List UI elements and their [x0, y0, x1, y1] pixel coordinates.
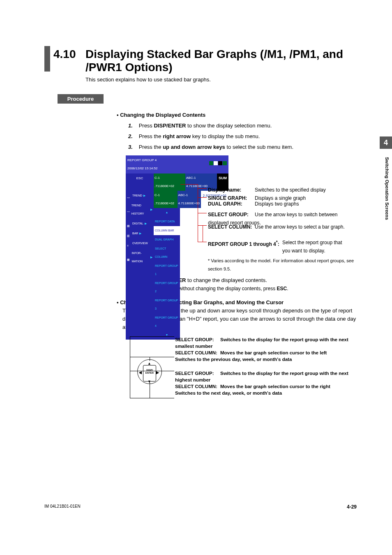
- ss-title: REPORT GROUP 4: [127, 156, 157, 164]
- ss-timestamp: 2008/12/02 15:14:52: [127, 164, 157, 173]
- subheading-1: Changing the Displayed Contents: [122, 111, 357, 119]
- legend-report-group: REPORT GROUP 1 through 4*: Select the re…: [208, 238, 356, 255]
- procedure-heading: Procedure: [58, 94, 104, 104]
- chapter-tab: 4: [380, 136, 392, 149]
- step-1: 1. Press DISP/ENTER to show the display …: [128, 122, 357, 130]
- section-intro: This section explains how to use stacked…: [85, 76, 357, 83]
- section-bar: [44, 46, 50, 72]
- ss-submenu: ▲ REPORT DATA COLUMN BAR DUAL GRAPH SELE…: [154, 208, 180, 340]
- legend-footnote: * Varies according to the model. For inf…: [208, 257, 356, 273]
- ss-main-menu: 〰TREND▶ 〰TREND HISTORY▶ ▤DIGITAL▶ ▥BAR▶ …: [126, 191, 154, 340]
- ss-esc: ESC: [126, 173, 154, 191]
- page-footer: IM 04L21B01-01EN 4-29: [44, 504, 357, 510]
- side-heading: Switching Operation Screens: [385, 157, 390, 220]
- section-title: Displaying Stacked Bar Graphs (/M1, /PM1…: [85, 44, 357, 74]
- step-3: 3. Press the up and down arrow keys to s…: [128, 143, 357, 151]
- menu-illustration: REPORT GROUP 4 2008/12/02 15:14:52 ESC C…: [126, 155, 356, 271]
- doc-id: IM 04L21B01-01EN: [44, 504, 81, 510]
- section-number: 4.10: [53, 44, 85, 61]
- legend-dual: DUAL GRAPH:Displays two graphs: [208, 200, 356, 208]
- arrow-key-illustration: DISP/ ENTER ▲ ▼ ◀ ▶ SELECT GROUP:Switche…: [126, 336, 356, 396]
- legend-select-column: SELECT COLUMN:Use the arrow keys to sele…: [208, 223, 356, 231]
- ss-status-icons: [209, 160, 227, 169]
- legend-display-name: Display name:Switches to the specified d…: [208, 186, 356, 194]
- page-number: 4-29: [347, 504, 357, 510]
- step-2: 2. Press the right arrow key to display …: [128, 132, 357, 141]
